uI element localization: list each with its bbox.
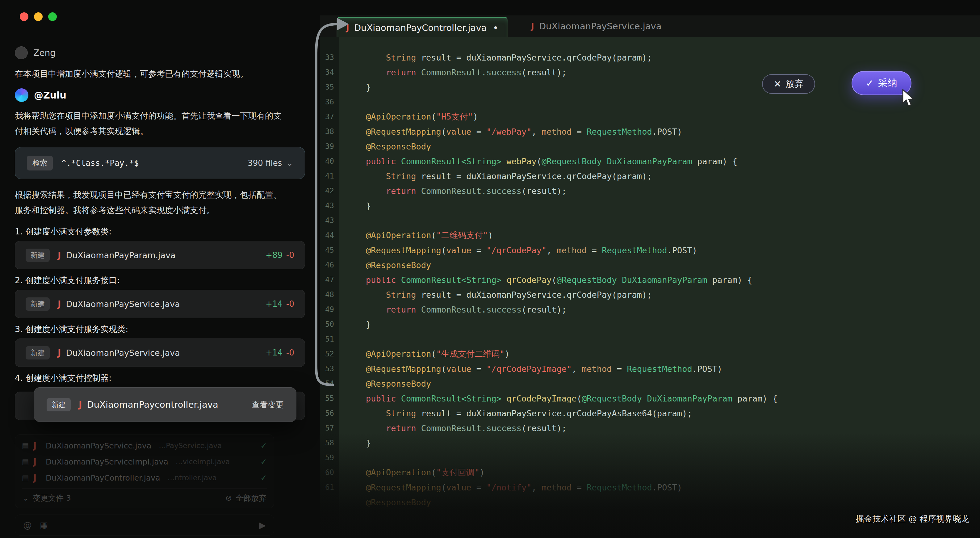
code-text: return CommonResult.success(result); [339,186,566,196]
diff-stats: +14 -0 [266,299,294,309]
search-card[interactable]: 检索 ^.*Class.*Pay.*$ 390 files ⌄ [15,147,305,179]
tab-label: DuXiaomanPayService.java [539,21,662,32]
line-number: 48 [320,290,339,299]
code-text: String result = duXiaomanPayService.qrCo… [339,53,652,62]
changed-file-hint: …ntroller.java [167,474,216,482]
chat-input-bar[interactable]: @ ▦ ▶ [15,514,274,536]
new-badge: 新建 [25,298,50,311]
java-icon: J [33,441,37,451]
code-text: String result = duXiaomanPayService.qrCo… [339,171,652,181]
step-2-title: 2. 创建度小满支付服务接口: [15,275,308,286]
close-button[interactable] [20,12,29,21]
changed-file-name: DuXiaomanPayService.java [46,441,151,450]
close-icon: ✕ [774,79,781,89]
tab-service[interactable]: J DuXiaomanPayService.java [525,16,668,37]
code-line: 60 @ApiOperation("支付回调") [320,465,980,480]
code-line: 45 @RequestMapping(value = "/qrCodePay",… [320,243,980,258]
minimize-button[interactable] [34,12,43,21]
line-number: 44 [320,231,339,240]
discard-button[interactable]: ✕ 放弃 [762,74,815,94]
lines-added: +14 [266,299,283,309]
changed-file-row[interactable]: ▤ J DuXiaomanPayService.java …PayService… [22,438,267,454]
line-number: 45 [320,246,339,255]
line-number: 47 [320,275,339,284]
changed-file-row[interactable]: ▤ J DuXiaomanPayController.java …ntrolle… [22,470,267,486]
controller-card-wrap: 新建 J DuXiaomanPaycontroller.java 查看变更 [15,387,308,424]
app-window: Zeng 在本项目中增加度小满支付逻辑，可参考已有的支付逻辑实现。 @Zulu … [0,0,980,538]
file-card-service-impl[interactable]: 新建 J DuXiaomanPayService.java +14 -0 [15,339,305,367]
code-line: 56 String result = duXiaomanPayService.q… [320,406,980,421]
tab-controller[interactable]: J DuXiaomanPayController.java • [337,17,508,38]
code-line: 39 @ResponseBody [320,139,980,154]
code-line: 41 String result = duXiaomanPayService.q… [320,169,980,183]
discard-all[interactable]: ⊘ 全部放弃 [225,493,266,503]
line-number: 58 [320,439,339,447]
watermark: 掘金技术社区 @ 程序视界晓龙 [856,513,969,524]
user-row: Zeng [15,46,308,59]
code-line: 53 @RequestMapping(value = "/qrCodePayIm… [320,361,980,376]
code-line: 42 return CommonResult.success(result); [320,183,980,198]
file-icon: ▤ [22,457,29,466]
step-1-title: 1. 创建度小满支付参数类: [15,226,308,237]
changed-file-name: DuXiaomanPayServiceImpl.java [46,457,168,466]
accept-button[interactable]: ✓ 采纳 [851,71,912,95]
user-message: 在本项目中增加度小满支付逻辑，可参考已有的支付逻辑实现。 [15,66,286,81]
code-line: 55 public CommonResult<String> qrCodePay… [320,391,980,406]
chevron-down-icon[interactable]: ⌄ [286,158,293,168]
code-lines: 33 String result = duXiaomanPayService.q… [320,50,980,509]
dimmed-section: ▤ J DuXiaomanPayService.java …PayService… [15,434,274,536]
code-text: @ApiOperation("生成支付二维码") [339,349,509,360]
collapse-icon[interactable]: ⌄ [22,493,29,503]
lines-removed: -0 [286,299,294,309]
grid-icon[interactable]: ▦ [40,520,48,530]
at-icon[interactable]: @ [23,520,32,530]
line-number: 51 [320,335,339,344]
line-number: 36 [320,98,339,106]
line-number: 55 [320,394,339,403]
file-icon: ▤ [22,473,29,482]
zoom-button[interactable] [48,12,57,21]
lines-added: +14 [266,348,283,357]
file-card-controller[interactable]: 新建 J DuXiaomanPaycontroller.java 查看变更 [34,387,296,422]
code-text: @RequestMapping(value = "/notify", metho… [339,483,682,492]
changed-file-row[interactable]: ▤ J DuXiaomanPayServiceImpl.java …viceIm… [22,454,267,470]
changed-files-summary[interactable]: 变更文件 3 [33,493,71,503]
view-changes-link[interactable]: 查看变更 [251,400,284,410]
line-number: 54 [320,379,339,388]
code-text: @RequestMapping(value = "/webPay", metho… [339,127,682,137]
search-button[interactable]: 检索 [27,156,53,170]
code-text: } [339,83,371,92]
code-text: } [339,438,371,448]
tab-label: DuXiaomanPayController.java [354,22,487,33]
code-line: 51 [320,332,980,347]
assistant-name: @Zulu [34,90,66,101]
code-editor[interactable]: 33 String result = duXiaomanPayService.q… [320,37,980,538]
code-text: @ResponseBody [339,498,431,507]
changed-files-footer: ⌄ 变更文件 3 ⊘ 全部放弃 [22,488,267,505]
code-text: public CommonResult<String> qrCodePayIma… [339,394,778,403]
code-text: String result = duXiaomanPayService.qrCo… [339,409,692,418]
line-number: 43 [320,216,339,225]
new-badge: 新建 [25,346,50,360]
changed-files-panel: ▤ J DuXiaomanPayService.java …PayService… [15,434,274,508]
send-icon[interactable]: ▶ [259,520,266,530]
java-icon: J [531,22,534,31]
code-text: @ResponseBody [339,142,431,151]
line-number: 41 [320,172,339,180]
java-icon: J [58,348,61,358]
discard-all-icon: ⊘ [225,493,232,503]
code-text: } [339,320,371,329]
file-card-service[interactable]: 新建 J DuXiaomanPayService.java +14 -0 [15,290,305,318]
changed-file-name: DuXiaomanPayController.java [46,473,160,482]
code-line: 50 } [320,317,980,332]
file-name: DuXiaomanPaycontroller.java [87,400,218,410]
assistant-intro: 我将帮助您在项目中添加度小满支付的功能。首先让我查看一下现有的支付相关代码，以便… [15,108,286,139]
file-name: DuXiaomanPayService.java [66,348,180,358]
diff-stats: +89 -0 [266,250,294,260]
lines-removed: -0 [286,250,294,260]
file-card-param[interactable]: 新建 J DuXiaomanPayParam.java +89 -0 [15,241,305,269]
line-number: 57 [320,424,339,432]
code-line: 36 [320,94,980,109]
code-line: 58 } [320,436,980,450]
code-line: 37 @ApiOperation("H5支付") [320,109,980,124]
